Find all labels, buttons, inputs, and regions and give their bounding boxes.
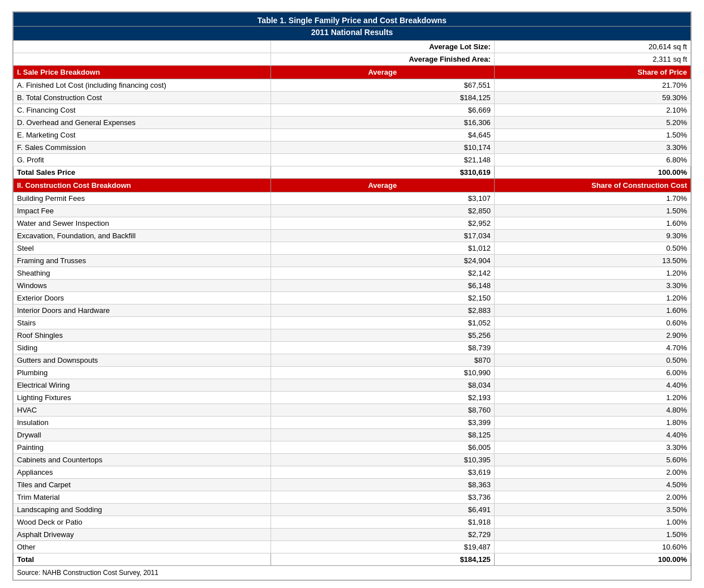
main-table-wrapper: Table 1. Single Family Price and Cost Br… [12,11,692,581]
